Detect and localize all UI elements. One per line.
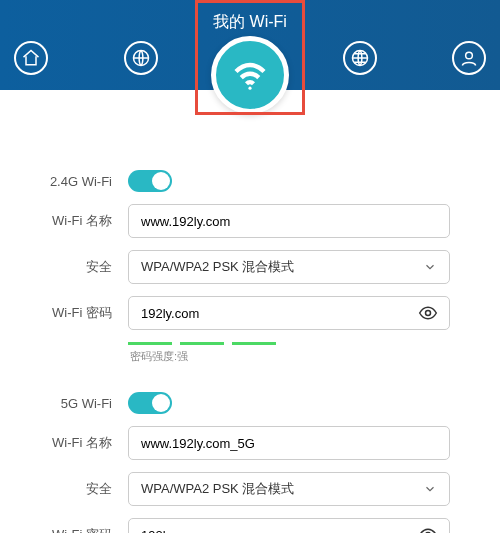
highlight-box [195,0,305,115]
eye-icon[interactable] [417,524,439,533]
strength-label: 密码强度:强 [130,349,450,364]
security-label-24g: 安全 [24,258,128,276]
password-input-24g[interactable] [141,306,417,321]
strength-bars [128,342,450,345]
security-value-24g: WPA/WPA2 PSK 混合模式 [141,258,294,276]
password-label-24g: Wi-Fi 密码 [24,304,128,322]
security-value-5g: WPA/WPA2 PSK 混合模式 [141,480,294,498]
name-label-5g: Wi-Fi 名称 [24,434,128,452]
home-icon[interactable] [14,41,48,75]
security-label-5g: 安全 [24,480,128,498]
svg-point-2 [466,52,473,59]
toggle-label-5g: 5G Wi-Fi [24,396,128,411]
password-label-5g: Wi-Fi 密码 [24,526,128,533]
security-select-24g[interactable]: WPA/WPA2 PSK 混合模式 [128,250,450,284]
password-input-wrap-5g [128,518,450,533]
chevron-down-icon [423,260,437,274]
toggle-label-24g: 2.4G Wi-Fi [24,174,128,189]
password-input-wrap-24g [128,296,450,330]
eye-icon[interactable] [417,302,439,324]
chevron-down-icon [423,482,437,496]
toggle-5g[interactable] [128,392,172,414]
globe-icon[interactable] [124,41,158,75]
password-input-5g[interactable] [141,528,417,534]
security-select-5g[interactable]: WPA/WPA2 PSK 混合模式 [128,472,450,506]
content: 2.4G Wi-Fi Wi-Fi 名称 安全 WPA/WPA2 PSK 混合模式… [0,90,500,533]
network-icon[interactable] [343,41,377,75]
name-input-24g[interactable] [128,204,450,238]
name-label-24g: Wi-Fi 名称 [24,212,128,230]
strength-indicator: 密码强度:强 [128,342,450,364]
user-icon[interactable] [452,41,486,75]
svg-point-4 [426,311,431,316]
name-input-5g[interactable] [128,426,450,460]
toggle-24g[interactable] [128,170,172,192]
